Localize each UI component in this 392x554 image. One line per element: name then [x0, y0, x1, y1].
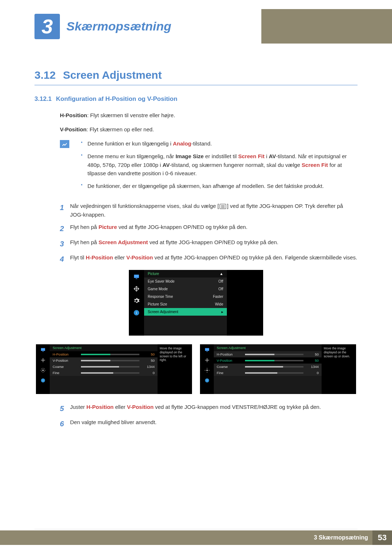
svg-text:i: i	[136, 311, 137, 315]
step-num-3: 3	[60, 238, 70, 250]
step-3: Flyt hen på Screen Adjustment ved at fly…	[70, 238, 358, 250]
osd-row-value: 50	[306, 352, 319, 356]
footer-page: 53	[372, 530, 392, 545]
section-title: Screen Adjustment	[63, 69, 162, 81]
osd-row-bar	[81, 360, 139, 361]
svg-rect-4	[41, 348, 45, 351]
osd-slider-row: Coarse1344	[214, 364, 322, 370]
step-num-6: 6	[60, 418, 70, 430]
osd-item-selected: Screen Adjustment▸	[144, 308, 227, 316]
osd-screen-adjustment-v: i Screen Adjustment H-Position50V-Positi…	[200, 344, 356, 394]
osd-item: Eye Saver ModeOff	[144, 278, 227, 285]
osd-row-value: 50	[142, 358, 155, 362]
osd-item: Response TimeFaster	[144, 293, 227, 300]
step-6: Den valgte mulighed bliver anvendt.	[70, 418, 358, 430]
section-heading: 3.12Screen Adjustment	[34, 69, 358, 85]
info-icon: i	[40, 378, 46, 384]
osd-screen-adjustment-h: i Screen Adjustment H-Position50V-Positi…	[36, 344, 192, 394]
osd-row-value: 50	[306, 358, 319, 362]
svg-rect-10	[206, 352, 208, 352]
steps: 1Når vejledningen til funktionsknapperne…	[60, 202, 358, 265]
step-num-1: 1	[60, 202, 70, 219]
osd-sm-title: Screen Adjustment	[50, 344, 158, 351]
header-white: 3 Skærmopsætning	[0, 9, 261, 44]
monitor-icon	[133, 274, 140, 281]
osd-row-value: 1344	[306, 365, 319, 369]
osd-slider-row: V-Position50	[214, 357, 322, 364]
monitor-icon	[40, 347, 46, 353]
osd-row-bar	[81, 372, 139, 374]
osd-sm-title: Screen Adjustment	[214, 344, 322, 351]
gear-icon	[204, 368, 210, 374]
osd-item: Picture SizeWide	[144, 300, 227, 308]
note-item-1: Denne funktion er kun tilgængelig i Anal…	[81, 139, 358, 148]
step-num-4: 4	[60, 253, 70, 265]
section-number: 3.12	[34, 69, 56, 81]
osd-slider-row: H-Position50	[214, 351, 322, 357]
osd-title: Picture	[148, 272, 159, 276]
step-num-2: 2	[60, 223, 70, 234]
osd-picture-menu: i Picture▲ Eye Saver ModeOff Game ModeOf…	[129, 270, 263, 336]
step-2: Flyt hen på Picture ved at flytte JOG-kn…	[70, 223, 358, 234]
step-4: Flyt til H-Position eller V-Position ved…	[70, 253, 358, 265]
move-icon	[40, 357, 46, 364]
osd-row-label: V-Position	[217, 358, 242, 362]
osd-row-bar	[81, 366, 139, 368]
osd-tip: Move the image displayed on the screen t…	[158, 344, 192, 394]
step-5: Juster H-Position eller V-Position ved a…	[70, 403, 358, 414]
content: 3.12Screen Adjustment 3.12.1Konfiguratio…	[34, 69, 358, 433]
osd-row-bar	[245, 372, 303, 374]
note-icon	[60, 140, 69, 148]
osd-row-value: 1344	[142, 365, 155, 369]
osd-slider-row: H-Position50	[50, 351, 158, 357]
note-item-2: Denne menu er kun tilgængelig, når Image…	[81, 152, 358, 177]
chapter-number-badge: 3	[34, 14, 60, 39]
svg-rect-1	[136, 279, 138, 279]
osd-row-label: Coarse	[53, 365, 78, 369]
osd-tip: Move the image displayed on the screen u…	[322, 344, 356, 394]
osd-row-bar	[245, 366, 303, 368]
osd-slider-row: V-Position50	[50, 357, 158, 364]
svg-rect-5	[42, 352, 44, 352]
vposition-desc: V-Position: Flyt skærmen op eller ned.	[60, 126, 358, 134]
gear-icon	[133, 297, 140, 305]
osd-row-label: Fine	[53, 371, 78, 375]
gear-icon	[40, 368, 46, 374]
osd-row-label: Fine	[217, 371, 242, 375]
note-block: Denne funktion er kun tilgængelig i Anal…	[60, 139, 358, 194]
osd-slider-row: Fine0	[214, 370, 322, 376]
subsection-number: 3.12.1	[34, 95, 52, 102]
step-num-5: 5	[60, 403, 70, 414]
osd-slider-row: Coarse1344	[50, 364, 158, 370]
osd-row-bar	[245, 360, 303, 361]
note-item-3: De funktioner, der er tilgængelige på sk…	[81, 182, 358, 190]
monitor-icon	[204, 347, 210, 353]
subsection-heading: 3.12.1Konfiguration af H-Position og V-P…	[34, 95, 358, 103]
svg-rect-0	[134, 275, 139, 278]
move-icon	[133, 286, 140, 293]
osd-row-bar	[245, 354, 303, 355]
osd-side-icons: i	[129, 270, 144, 336]
info-icon: i	[133, 309, 140, 317]
footer-rule	[34, 529, 358, 529]
osd-item: Game ModeOff	[144, 285, 227, 293]
osd-row-value: 0	[142, 371, 155, 375]
osd-row-label: V-Position	[53, 358, 78, 362]
osd-row-bar	[81, 354, 139, 355]
hposition-desc: H-Position: Flyt skærmen til venstre ell…	[60, 111, 358, 120]
svg-point-6	[42, 370, 44, 371]
subsection-title: Konfiguration af H-Position og V-Positio…	[56, 95, 177, 102]
info-icon: i	[204, 378, 210, 384]
osd-row-value: 0	[306, 371, 319, 375]
osd-row-label: H-Position	[53, 352, 78, 356]
chapter-title: Skærmopsætning	[66, 19, 171, 33]
step-1: Når vejledningen til funktionsknapperne …	[70, 202, 358, 219]
footer-section: 3 Skærmopsætning	[314, 534, 368, 541]
osd-row-value: 50	[142, 352, 155, 356]
osd-slider-row: Fine0	[50, 370, 158, 376]
osd-row-label: Coarse	[217, 365, 242, 369]
svg-point-11	[206, 370, 208, 371]
menu-icon	[220, 204, 226, 209]
svg-rect-9	[205, 348, 209, 351]
footer: 3 Skærmopsætning 53	[0, 530, 392, 545]
